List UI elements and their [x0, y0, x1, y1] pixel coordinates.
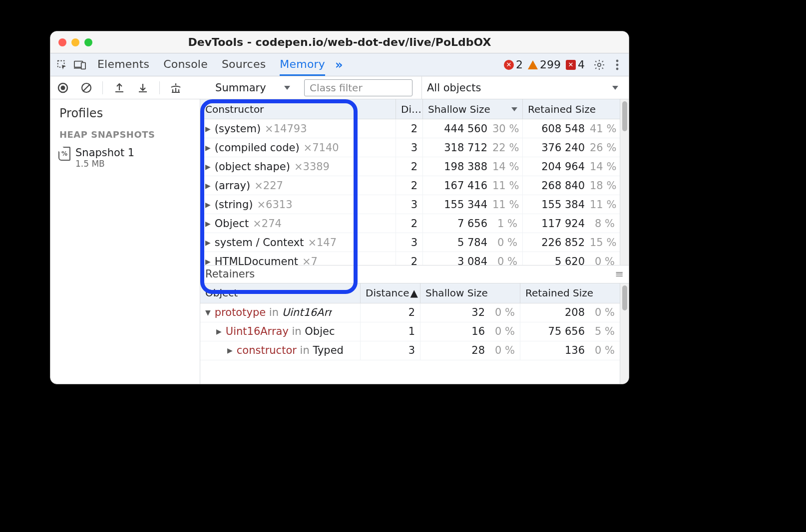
load-profile-button[interactable]	[112, 80, 126, 95]
constructors-grid: Constructor Di… Shallow Size Retained Si…	[200, 99, 629, 266]
retainers-title: Retainers	[205, 268, 255, 280]
errors-badge[interactable]: ✕ 2	[504, 58, 523, 71]
disclosure-right-icon: ▶	[205, 239, 211, 247]
tab-sources[interactable]: Sources	[222, 54, 266, 76]
sort-desc-icon	[511, 107, 517, 111]
retainer-row[interactable]: ▼prototype in Uint16Arr2320 %2080 %	[200, 303, 620, 322]
instance-count: ×7140	[304, 142, 339, 154]
class-filter-placeholder: Class filter	[310, 82, 363, 94]
chevron-down-icon	[284, 86, 290, 90]
col-shallow-label: Shallow Size	[428, 103, 490, 115]
col-ret-distance-label: Distance	[366, 287, 409, 299]
constructor-name: (string)	[215, 199, 253, 211]
issues-badge[interactable]: ✕ 4	[566, 58, 585, 71]
inspect-element-icon[interactable]	[54, 57, 69, 72]
cell-distance: 3	[360, 341, 420, 360]
retainer-label: Uint16Array in Objec	[226, 325, 335, 337]
col-object[interactable]: Object	[200, 283, 360, 303]
constructor-name: (object shape)	[215, 161, 290, 173]
tab-elements[interactable]: Elements	[97, 54, 149, 76]
col-ret-distance[interactable]: Distance ▲	[360, 283, 420, 303]
zoom-window-button[interactable]	[84, 38, 92, 46]
warning-icon	[528, 60, 538, 69]
view-select[interactable]: Summary	[210, 79, 295, 96]
cell-distance: 3	[396, 195, 422, 214]
retainers-scrollbar[interactable]	[620, 283, 629, 384]
retainer-row[interactable]: ▶constructor in Typed3280 %1360 %	[200, 341, 620, 360]
svg-point-3	[598, 63, 601, 66]
shallow-pct: 11 %	[492, 199, 517, 211]
retained-size: 204 964	[541, 161, 585, 173]
retained-size: 376 240	[541, 142, 585, 154]
shallow-size: 16	[471, 325, 485, 337]
shallow-size: 167 416	[444, 180, 487, 192]
table-row[interactable]: ▶(string) ×63133155 34411 %155 38411 %	[200, 195, 620, 214]
cell-distance: 2	[396, 214, 422, 233]
shallow-size: 318 712	[444, 142, 487, 154]
retained-size: 75 656	[548, 325, 585, 337]
table-row[interactable]: ▶(system) ×147932444 56030 %608 54841 %	[200, 119, 620, 138]
sort-asc-icon: ▲	[410, 287, 417, 299]
collect-garbage-button[interactable]	[169, 80, 183, 95]
retained-pct: 8 %	[590, 218, 615, 230]
settings-button[interactable]	[592, 57, 607, 72]
disclosure-right-icon: ▶	[205, 201, 211, 209]
retained-pct: 11 %	[590, 199, 615, 211]
more-options-button[interactable]	[610, 57, 625, 72]
window-title: DevTools - codepen.io/web-dot-dev/live/P…	[50, 36, 629, 48]
main-toolbar: Elements Console Sources Memory » ✕ 2 29…	[50, 53, 629, 76]
retainer-row[interactable]: ▶Uint16Array in Objec1160 %75 6565 %	[200, 322, 620, 341]
shallow-size: 444 560	[444, 123, 487, 135]
instance-count: ×6313	[257, 199, 292, 211]
class-filter-input[interactable]: Class filter	[304, 79, 412, 96]
snapshot-item[interactable]: Snapshot 1 1.5 MB	[50, 145, 200, 171]
sidebar-section: HEAP SNAPSHOTS	[59, 129, 191, 140]
col-retained[interactable]: Retained Size	[522, 99, 620, 119]
col-distance[interactable]: Di…	[396, 99, 422, 119]
tab-memory[interactable]: Memory	[280, 54, 325, 76]
retainers-menu-icon[interactable]: ≡	[615, 268, 624, 280]
more-tabs-button[interactable]: »	[335, 58, 343, 72]
retained-pct: 14 %	[590, 161, 615, 173]
table-row[interactable]: ▶(array) ×2272167 41611 %268 84018 %	[200, 176, 620, 195]
disclosure-icon: ▶	[227, 346, 233, 354]
col-ret-shallow[interactable]: Shallow Size	[420, 283, 520, 303]
table-row[interactable]: ▶(object shape) ×33892198 38814 %204 964…	[200, 157, 620, 176]
col-constructor[interactable]: Constructor	[200, 99, 396, 119]
shallow-size: 28	[471, 344, 485, 356]
minimize-window-button[interactable]	[71, 38, 79, 46]
shallow-size: 5 784	[457, 237, 487, 249]
retainers-body: ▼prototype in Uint16Arr2320 %2080 %▶Uint…	[200, 303, 620, 360]
tab-console[interactable]: Console	[163, 54, 208, 76]
shallow-pct: 1 %	[492, 218, 517, 230]
table-row[interactable]: ▶Object ×27427 6561 %117 9248 %	[200, 214, 620, 233]
shallow-size: 3 084	[457, 256, 487, 265]
grid-scrollbar[interactable]	[620, 99, 629, 265]
col-ret-retained[interactable]: Retained Size	[520, 283, 620, 303]
table-row[interactable]: ▶HTMLDocument ×723 0840 %5 6200 %	[200, 252, 620, 265]
retainer-label: prototype in Uint16Arr	[215, 306, 333, 318]
constructor-name: (system)	[215, 123, 261, 135]
save-profile-button[interactable]	[136, 80, 150, 95]
snapshot-file-icon	[58, 147, 70, 161]
shallow-pct: 0 %	[492, 237, 517, 249]
device-toolbar-icon[interactable]	[72, 57, 87, 72]
shallow-size: 7 656	[457, 218, 487, 230]
retained-size: 208	[565, 306, 585, 318]
shallow-pct: 0 %	[490, 325, 515, 337]
col-shallow[interactable]: Shallow Size	[422, 99, 522, 119]
retained-size: 117 924	[541, 218, 585, 230]
warnings-badge[interactable]: 299	[528, 58, 561, 71]
titlebar: DevTools - codepen.io/web-dot-dev/live/P…	[50, 31, 629, 53]
table-row[interactable]: ▶system / Context ×14735 7840 %226 85215…	[200, 233, 620, 252]
retained-pct: 0 %	[590, 344, 615, 356]
memory-toolbar: Summary Class filter All objects	[50, 76, 629, 99]
scope-select[interactable]: All objects	[421, 76, 624, 99]
retained-size: 155 384	[541, 199, 585, 211]
record-button[interactable]	[55, 80, 70, 95]
cell-distance: 3	[396, 233, 422, 252]
clear-button[interactable]	[79, 80, 93, 95]
table-row[interactable]: ▶(compiled code) ×71403318 71222 %376 24…	[200, 138, 620, 157]
scope-select-value: All objects	[427, 82, 481, 94]
close-window-button[interactable]	[58, 38, 66, 46]
